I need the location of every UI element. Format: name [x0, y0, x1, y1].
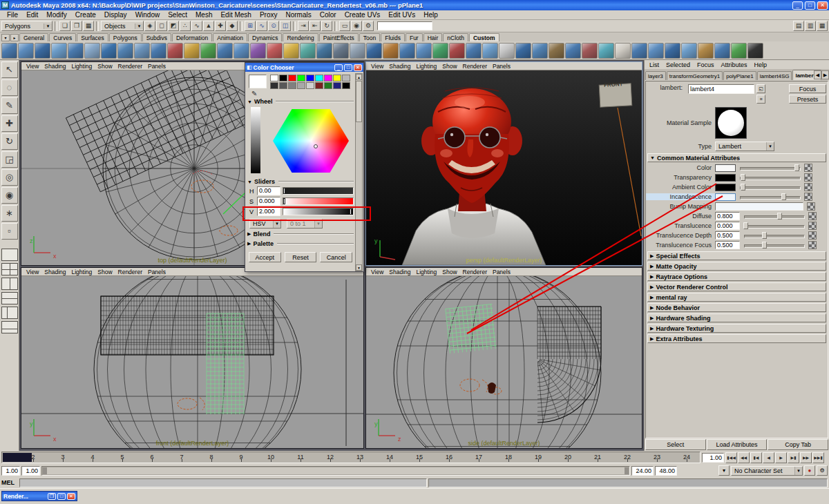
section-wheel[interactable]: ▼Wheel: [247, 97, 354, 106]
shelf-icon-31[interactable]: [499, 43, 515, 59]
accept-button[interactable]: Accept: [249, 252, 281, 262]
shelf-icon-21[interactable]: [333, 43, 349, 59]
shelf-icon-46[interactable]: [747, 43, 763, 59]
value-bar[interactable]: [251, 107, 260, 173]
step-forward-key-button[interactable]: ▶▶: [800, 452, 812, 463]
shelf-tab-fur[interactable]: Fur: [406, 33, 423, 41]
shelf-icon-9[interactable]: [134, 43, 150, 59]
menu-set-dropdown[interactable]: Polygons▾: [1, 21, 53, 31]
shelf-menu-button[interactable]: ▾: [1, 34, 10, 41]
vp-menu-panels[interactable]: Panels: [145, 269, 169, 275]
material-sample-swatch[interactable]: [715, 107, 747, 139]
render-current-frame-icon[interactable]: ▭: [339, 21, 350, 31]
shelf-tab-rendering[interactable]: Rendering: [283, 33, 318, 41]
section-sliders[interactable]: ▼Sliders: [247, 177, 354, 186]
slider-handle[interactable]: [283, 198, 285, 204]
shelf-tab-general[interactable]: General: [19, 33, 48, 41]
playback-end-field[interactable]: 48.00: [655, 466, 677, 476]
slider-bar[interactable]: [283, 187, 354, 195]
palette-swatch-0-8[interactable]: [342, 75, 350, 81]
step-forward-frame-button[interactable]: ▶▮: [788, 452, 799, 463]
shelf-tab-animation[interactable]: Animation: [213, 33, 247, 41]
shelf-tab-fluids[interactable]: Fluids: [381, 33, 405, 41]
color-wheel-hexagon[interactable]: [273, 107, 349, 175]
close-icon[interactable]: ✕: [67, 493, 75, 500]
menu-help[interactable]: Help: [419, 11, 442, 19]
palette-swatch-0-2[interactable]: [288, 75, 296, 81]
lasso-select-tool-icon[interactable]: ◌: [1, 79, 18, 96]
vp-menu-shading[interactable]: Shading: [386, 269, 413, 275]
cancel-button[interactable]: Cancel: [320, 252, 352, 262]
shelf-icon-2[interactable]: [18, 43, 34, 59]
vp-menu-shading[interactable]: Shading: [386, 63, 413, 70]
section-raytrace-options[interactable]: ▶Raytrace Options: [647, 272, 826, 281]
palette-swatch-0-7[interactable]: [333, 75, 341, 81]
ae-menu-attributes[interactable]: Attributes: [718, 61, 751, 68]
palette-swatch-1-3[interactable]: [297, 82, 305, 89]
shelf-icon-30[interactable]: [482, 43, 498, 59]
rotate-tool-icon[interactable]: ↻: [1, 133, 18, 150]
select-object-icon[interactable]: ◻: [156, 21, 167, 31]
vp-menu-view[interactable]: View: [368, 269, 386, 275]
soft-mod-tool-icon[interactable]: ◉: [1, 187, 18, 204]
ae-menu-focus[interactable]: Focus: [694, 61, 718, 68]
menu-file[interactable]: File: [3, 11, 22, 19]
value-field[interactable]: 0.000: [715, 222, 740, 230]
open-scene-icon[interactable]: ❐: [71, 21, 82, 31]
shelf-icon-38[interactable]: [615, 43, 631, 59]
value-field[interactable]: 0.800: [715, 212, 740, 220]
vp-menu-lighting[interactable]: Lighting: [68, 63, 95, 70]
minimize-button[interactable]: _: [792, 1, 803, 10]
texture-map-button[interactable]: [804, 173, 812, 182]
dialog-titlebar[interactable]: ◧ Color Chooser _ □ ✕: [245, 63, 363, 72]
front-viewport-canvas[interactable]: [21, 276, 363, 448]
shelf-icon-13[interactable]: [200, 43, 216, 59]
shelf-icon-12[interactable]: [184, 43, 200, 59]
playback-start-field[interactable]: 1.00: [1, 466, 20, 476]
mask-deformations-icon[interactable]: ✚: [215, 21, 226, 31]
shelf-icon-1[interactable]: [1, 43, 17, 59]
tool-settings-toggle-icon[interactable]: ▥: [805, 21, 816, 31]
shelf-icon-24[interactable]: [383, 43, 399, 59]
color-space-dropdown[interactable]: HSV▾: [249, 219, 281, 229]
maximize-button[interactable]: □: [805, 1, 815, 10]
shelf-tab-dynamics[interactable]: Dynamics: [248, 33, 282, 41]
section-common-material-attributes[interactable]: ▼Common Material Attributes: [647, 153, 826, 162]
shelf-icon-23[interactable]: [366, 43, 382, 59]
vp-menu-show[interactable]: Show: [95, 63, 115, 70]
material-type-dropdown[interactable]: Lambert▾: [715, 142, 774, 151]
load-attributes-button[interactable]: Load Attributes: [707, 439, 768, 450]
color-chooser-dialog[interactable]: ◧ Color Chooser _ □ ✕ ✎ ▼Wheel ▼Sliders …: [245, 62, 364, 272]
shelf-icon-8[interactable]: [117, 43, 133, 59]
shelf-icon-25[interactable]: [399, 43, 415, 59]
scroll-down-icon[interactable]: ▼: [356, 264, 362, 271]
animation-preferences-icon[interactable]: ⚙: [817, 465, 828, 476]
menu-mesh[interactable]: Mesh: [191, 11, 216, 19]
shelf-icon-27[interactable]: [432, 43, 448, 59]
attr-slider[interactable]: [744, 212, 805, 220]
vp-menu-show[interactable]: Show: [439, 269, 459, 275]
shelf-tab-menu-button[interactable]: ▸: [10, 34, 19, 41]
shelf-icon-4[interactable]: [51, 43, 67, 59]
slider-handle[interactable]: [777, 213, 782, 220]
copy-tab-button[interactable]: Copy Tab: [768, 439, 828, 450]
vp-menu-renderer[interactable]: Renderer: [115, 269, 145, 275]
palette-swatch-1-6[interactable]: [324, 82, 332, 89]
viewport-front[interactable]: ViewShadingLightingShowRendererPanels fr…: [21, 267, 364, 449]
shelf-tab-ncloth[interactable]: nCloth: [443, 33, 468, 41]
slider-handle[interactable]: [350, 209, 352, 215]
shelf-icon-37[interactable]: [598, 43, 614, 59]
color-swatch[interactable]: [715, 174, 736, 182]
quick-input-field[interactable]: [377, 21, 432, 30]
channel-box-toggle-icon[interactable]: ▦: [817, 21, 828, 31]
character-set-dropdown[interactable]: No Character Set▾: [731, 466, 803, 476]
step-back-key-button[interactable]: ◀◀: [738, 452, 750, 463]
attribute-editor-toggle-icon[interactable]: ▤: [793, 21, 804, 31]
palette-swatch-1-1[interactable]: [279, 82, 287, 89]
attr-slider[interactable]: [744, 231, 805, 240]
snap-to-grid-icon[interactable]: ⊞: [245, 21, 256, 31]
layout-two-pane-stacked-button[interactable]: [1, 292, 18, 304]
palette-swatch-0-4[interactable]: [306, 75, 314, 81]
vp-menu-panels[interactable]: Panels: [490, 269, 513, 275]
vp-menu-view[interactable]: View: [368, 63, 386, 70]
